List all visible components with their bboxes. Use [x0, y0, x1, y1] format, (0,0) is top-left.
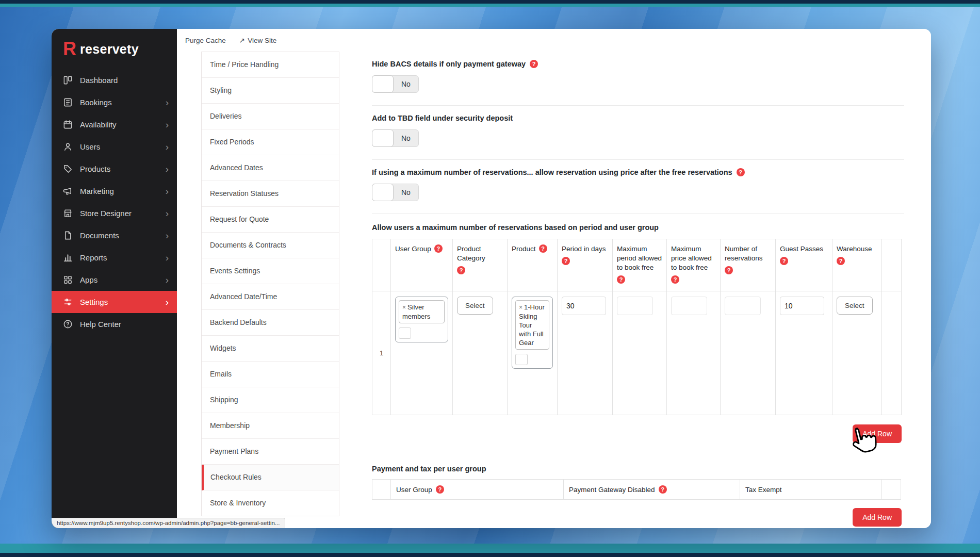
- sidebar-item-reports[interactable]: Reports ›: [52, 247, 177, 269]
- chevron-right-icon: ›: [166, 231, 169, 240]
- remove-tag-icon[interactable]: ×: [519, 304, 522, 311]
- sidebar-item-help-center[interactable]: Help Center: [52, 313, 177, 335]
- logo[interactable]: R reservety: [52, 29, 177, 69]
- hide-bacs-toggle[interactable]: No: [372, 75, 419, 93]
- col-label: Number of reservations: [725, 244, 771, 263]
- product-category-select[interactable]: Select: [457, 297, 493, 315]
- col-label: Tax Exempt: [745, 486, 782, 494]
- submenu-item-time-price-handling[interactable]: Time / Price Handling: [202, 52, 339, 78]
- submenu-item-events-settings[interactable]: Events Settings: [202, 258, 339, 284]
- chevron-right-icon: ›: [166, 253, 169, 263]
- chevron-right-icon: ›: [166, 208, 169, 218]
- product-search-input[interactable]: [515, 354, 528, 365]
- sidebar-item-label: Products: [80, 165, 166, 173]
- submenu-item-fixed-periods[interactable]: Fixed Periods: [202, 129, 339, 155]
- pay-col-header-gateway-disabled: Payment Gateway Disabled ?: [564, 480, 740, 500]
- help-icon[interactable]: ?: [530, 60, 538, 68]
- sidebar-item-bookings[interactable]: Bookings ›: [52, 91, 177, 113]
- chevron-right-icon: ›: [166, 186, 169, 196]
- main-area: Purge Cache ↗ View Site Time / Price Han…: [177, 29, 931, 528]
- sidebar-item-dashboard[interactable]: Dashboard: [52, 69, 177, 91]
- chevron-right-icon: ›: [166, 142, 169, 152]
- payment-add-row-button[interactable]: Add Row: [853, 508, 902, 527]
- tag-label: 1-Hour Skiing Tour with Full Gear: [519, 303, 545, 347]
- submenu-item-emails[interactable]: Emails: [202, 362, 339, 387]
- availability-calendar-icon: [63, 120, 73, 130]
- help-icon[interactable]: ?: [737, 168, 745, 176]
- product-multiselect[interactable]: ×1-Hour Skiing Tour with Full Gear: [512, 297, 553, 369]
- help-icon[interactable]: ?: [457, 266, 465, 274]
- warehouse-select[interactable]: Select: [837, 297, 873, 315]
- help-icon[interactable]: ?: [434, 244, 443, 253]
- sidebar-item-label: Apps: [80, 275, 166, 284]
- period-in-days-cell: [558, 291, 613, 415]
- period-in-days-input[interactable]: [562, 297, 606, 315]
- help-icon[interactable]: ?: [725, 266, 733, 274]
- tbd-deposit-toggle[interactable]: No: [372, 129, 419, 147]
- col-label: User Group: [395, 244, 431, 254]
- apps-grid-icon: [63, 275, 73, 285]
- guest-passes-cell: [776, 291, 832, 415]
- submenu-item-deliveries[interactable]: Deliveries: [202, 104, 339, 129]
- max-reservations-price-toggle[interactable]: No: [372, 184, 419, 201]
- submenu-item-membership[interactable]: Membership: [202, 413, 339, 439]
- col-label: Product Category: [457, 244, 503, 263]
- help-icon[interactable]: ?: [562, 257, 570, 265]
- help-icon[interactable]: ?: [436, 485, 444, 494]
- help-icon[interactable]: ?: [837, 257, 845, 265]
- marketing-megaphone-icon: [63, 186, 73, 196]
- sidebar-item-documents[interactable]: Documents ›: [52, 224, 177, 247]
- sidebar-item-products[interactable]: Products ›: [52, 158, 177, 180]
- remove-tag-icon[interactable]: ×: [402, 304, 406, 311]
- col-label: Guest Passes: [780, 244, 823, 254]
- sidebar-item-label: Settings: [80, 298, 166, 306]
- max-price-input[interactable]: [671, 297, 707, 315]
- submenu-item-payment-plans[interactable]: Payment Plans: [202, 439, 339, 465]
- payment-tax-table: User Group ? Payment Gateway Disabled ? …: [372, 479, 901, 500]
- purge-cache-link[interactable]: Purge Cache: [185, 37, 226, 44]
- submenu-item-store-inventory[interactable]: Store & Inventory: [202, 490, 339, 516]
- sidebar-item-settings[interactable]: Settings ›: [52, 291, 177, 313]
- submenu-item-reservation-statuses[interactable]: Reservation Statuses: [202, 181, 339, 207]
- sidebar-item-apps[interactable]: Apps ›: [52, 269, 177, 291]
- number-of-reservations-input[interactable]: [725, 297, 761, 315]
- submenu-item-advanced-date-time[interactable]: Advanced Date/Time: [202, 284, 339, 310]
- submenu-item-request-for-quote[interactable]: Request for Quote: [202, 207, 339, 233]
- submenu-item-styling[interactable]: Styling: [202, 78, 339, 104]
- help-icon[interactable]: ?: [659, 485, 667, 494]
- user-group-multiselect[interactable]: ×Silver members: [395, 297, 448, 342]
- sidebar: R reservety Dashboard Bookings › Availab…: [52, 29, 177, 528]
- sidebar-item-availability[interactable]: Availability ›: [52, 113, 177, 136]
- col-label: Product: [512, 244, 536, 254]
- guest-passes-input[interactable]: [780, 297, 824, 315]
- submenu-item-advanced-dates[interactable]: Advanced Dates: [202, 155, 339, 181]
- col-label: Warehouse: [837, 244, 872, 254]
- col-header-period-in-days: Period in days ?: [558, 239, 613, 291]
- col-header-product-category: Product Category ?: [453, 239, 508, 291]
- max-period-cell: [613, 291, 667, 415]
- payment-table-title: Payment and tax per user group: [372, 464, 486, 474]
- sidebar-item-label: Reports: [80, 253, 166, 262]
- sidebar-item-marketing[interactable]: Marketing ›: [52, 180, 177, 202]
- toggle-state: No: [394, 130, 418, 146]
- user-group-search-input[interactable]: [399, 327, 411, 339]
- help-icon[interactable]: ?: [617, 275, 625, 284]
- sidebar-item-store-designer[interactable]: Store Designer ›: [52, 202, 177, 224]
- help-icon[interactable]: ?: [671, 275, 679, 284]
- submenu-item-shipping[interactable]: Shipping: [202, 387, 339, 413]
- view-site-link[interactable]: ↗ View Site: [239, 36, 276, 44]
- submenu-item-documents-contracts[interactable]: Documents & Contracts: [202, 233, 339, 258]
- sidebar-item-label: Store Designer: [80, 209, 166, 218]
- sidebar-item-users[interactable]: Users ›: [52, 136, 177, 158]
- max-period-input[interactable]: [617, 297, 653, 315]
- submenu-item-widgets[interactable]: Widgets: [202, 336, 339, 362]
- wallpaper-top-stripe-dark: [0, 0, 980, 4]
- external-link-icon: ↗: [239, 36, 245, 44]
- col-label: Maximum price allowed to book free: [671, 244, 716, 272]
- help-icon[interactable]: ?: [780, 257, 788, 265]
- help-icon[interactable]: ?: [539, 244, 547, 253]
- settings-submenu: Time / Price Handling Styling Deliveries…: [201, 52, 339, 516]
- submenu-item-backend-defaults[interactable]: Backend Defaults: [202, 310, 339, 336]
- col-label: Payment Gateway Disabled: [569, 486, 655, 494]
- submenu-item-checkout-rules[interactable]: Checkout Rules: [202, 465, 339, 490]
